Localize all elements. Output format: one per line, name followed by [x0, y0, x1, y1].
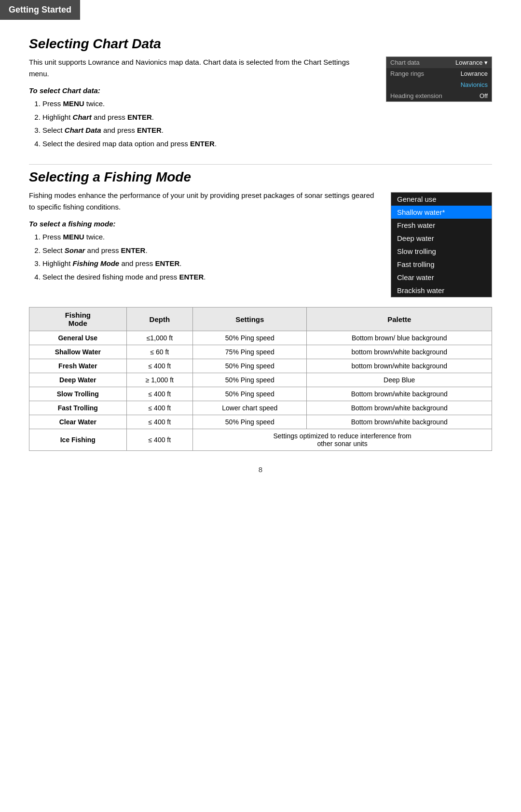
table-cell-settings: 50% Ping speed [193, 331, 307, 345]
chart-data-section: Selecting Chart Data This unit supports … [29, 36, 492, 154]
chart-data-step-2: Highlight Chart and press ENTER. [42, 111, 371, 124]
fishing-mode-text-block: Fishing modes enhance the performance of… [29, 190, 376, 288]
table-cell-depth: ≤ 400 ft [126, 415, 193, 429]
table-cell-mode: Clear Water [29, 415, 127, 429]
table-row: Shallow Water ≤ 60 ft 75% Ping speed bot… [29, 345, 492, 359]
table-cell-depth: ≤ 400 ft [126, 429, 193, 451]
fishing-mode-step-2: Select Sonar and press ENTER. [42, 244, 376, 257]
section-divider [29, 164, 492, 165]
table-cell-settings: 50% Ping speed [193, 373, 307, 387]
table-cell-settings: 50% Ping speed [193, 415, 307, 429]
menu-item-general-use: General use [391, 193, 492, 206]
fishing-modes-table: FishingMode Depth Settings Palette Gener… [29, 307, 492, 451]
chart-data-menu-image: Chart data Lowrance ▾ Range rings Lowran… [386, 56, 492, 102]
table-cell-depth: ≤ 400 ft [126, 401, 193, 415]
chart-data-step-1: Press MENU twice. [42, 98, 371, 110]
chart-data-steps: Press MENU twice. Highlight Chart and pr… [42, 98, 371, 150]
table-cell-mode: General Use [29, 331, 127, 345]
chart-data-text-block: This unit supports Lowrance and Navionic… [29, 56, 371, 154]
table-cell-ice-fishing-note: Settings optimized to reduce interferenc… [193, 429, 492, 451]
fishing-mode-body: Fishing modes enhance the performance of… [29, 190, 376, 213]
table-cell-depth: ≤ 400 ft [126, 359, 193, 373]
table-cell-depth: ≤ 400 ft [126, 387, 193, 401]
table-row: Fast Trolling ≤ 400 ft Lower chart speed… [29, 401, 492, 415]
table-cell-palette: Bottom brown/white background [307, 401, 492, 415]
menu-item-fresh-water: Fresh water [391, 219, 492, 232]
header-tab: Getting Started [0, 0, 80, 20]
menu-item-brackish-water: Brackish water [391, 284, 492, 297]
table-row: Deep Water ≥ 1,000 ft 50% Ping speed Dee… [29, 373, 492, 387]
table-cell-depth: ≤1,000 ft [126, 331, 193, 345]
table-cell-mode: Ice Fishing [29, 429, 127, 451]
table-row: Clear Water ≤ 400 ft 50% Ping speed Bott… [29, 415, 492, 429]
header-tab-label: Getting Started [9, 5, 71, 14]
table-header-mode: FishingMode [29, 308, 127, 331]
table-row: Ice Fishing ≤ 400 ft Settings optimized … [29, 429, 492, 451]
menu-item-fast-trolling: Fast trolling [391, 258, 492, 271]
table-cell-palette: Deep Blue [307, 373, 492, 387]
chart-data-instruction-label: To select Chart data: [29, 86, 371, 95]
table-cell-mode: Shallow Water [29, 345, 127, 359]
menu-item-shallow-water: Shallow water* [391, 206, 492, 219]
table-cell-palette: Bottom brown/white background [307, 387, 492, 401]
table-cell-palette: Bottom brown/ blue background [307, 331, 492, 345]
table-cell-settings: 50% Ping speed [193, 387, 307, 401]
table-cell-depth: ≥ 1,000 ft [126, 373, 193, 387]
table-row: General Use ≤1,000 ft 50% Ping speed Bot… [29, 331, 492, 345]
table-cell-settings: 50% Ping speed [193, 359, 307, 373]
table-cell-mode: Fast Trolling [29, 401, 127, 415]
table-cell-palette: bottom brown/white background [307, 345, 492, 359]
menu-item-slow-trolling: Slow trolling [391, 245, 492, 258]
table-cell-mode: Slow Trolling [29, 387, 127, 401]
fishing-mode-title: Selecting a Fishing Mode [29, 169, 492, 185]
table-cell-depth: ≤ 60 ft [126, 345, 193, 359]
chart-data-step-3: Select Chart Data and press ENTER. [42, 124, 371, 137]
menu-item-deep-water: Deep water [391, 232, 492, 245]
fishing-mode-step-3: Highlight Fishing Mode and press ENTER. [42, 257, 376, 270]
table-header-depth: Depth [126, 308, 193, 331]
fishing-mode-steps: Press MENU twice. Select Sonar and press… [42, 231, 376, 283]
table-header-palette: Palette [307, 308, 492, 331]
menu-item-clear-water: Clear water [391, 271, 492, 284]
table-header-settings: Settings [193, 308, 307, 331]
table-cell-settings: Lower chart speed [193, 401, 307, 415]
table-row: Fresh Water ≤ 400 ft 50% Ping speed bott… [29, 359, 492, 373]
fishing-mode-section: Selecting a Fishing Mode Fishing modes e… [29, 169, 492, 297]
chart-data-step-4: Select the desired map data option and p… [42, 138, 371, 150]
fishing-mode-instruction-label: To select a fishing mode: [29, 220, 376, 228]
table-cell-palette: Bottom brown/white background [307, 415, 492, 429]
fishing-mode-step-1: Press MENU twice. [42, 231, 376, 243]
table-cell-mode: Deep Water [29, 373, 127, 387]
fishing-mode-step-4: Select the desired fishing mode and pres… [42, 271, 376, 283]
chart-data-title: Selecting Chart Data [29, 36, 492, 52]
fishing-mode-menu-image: General use Shallow water* Fresh water D… [391, 192, 492, 297]
page-number: 8 [29, 465, 492, 474]
chart-data-body: This unit supports Lowrance and Navionic… [29, 56, 371, 80]
table-cell-settings: 75% Ping speed [193, 345, 307, 359]
table-cell-palette: bottom brown/white background [307, 359, 492, 373]
table-cell-mode: Fresh Water [29, 359, 127, 373]
table-row: Slow Trolling ≤ 400 ft 50% Ping speed Bo… [29, 387, 492, 401]
